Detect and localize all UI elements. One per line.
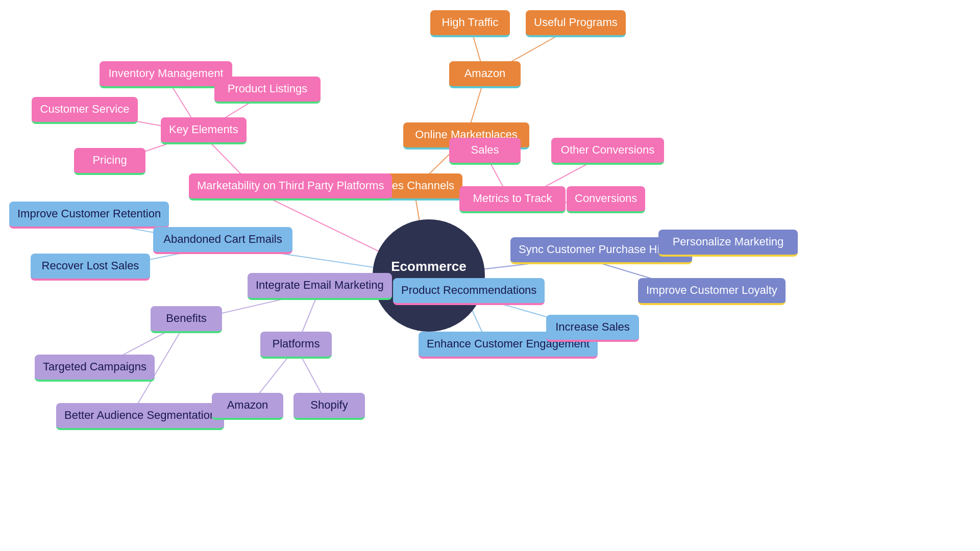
- targeted-campaigns-node: Targeted Campaigns: [35, 355, 155, 382]
- useful-programs-node: Useful Programs: [526, 10, 626, 37]
- customer-service-node: Customer Service: [32, 97, 138, 124]
- increase-sales-node: Increase Sales: [546, 315, 639, 342]
- improve-retention-node: Improve Customer Retention: [9, 202, 169, 229]
- improve-loyalty-node: Improve Customer Loyalty: [638, 278, 786, 305]
- conversions-node: Conversions: [567, 186, 645, 213]
- marketability-node: Marketability on Third Party Platforms: [189, 173, 392, 201]
- other-conversions-node: Other Conversions: [551, 138, 664, 165]
- recover-lost-sales-node: Recover Lost Sales: [31, 254, 150, 281]
- amazon-bottom-node: Amazon: [212, 393, 283, 420]
- product-recommendations-node: Product Recommendations: [393, 278, 545, 305]
- product-listings-node: Product Listings: [214, 77, 321, 104]
- integrate-email-node: Integrate Email Marketing: [248, 273, 392, 300]
- platforms-node: Platforms: [260, 332, 332, 359]
- abandoned-cart-node: Abandoned Cart Emails: [153, 227, 292, 254]
- better-segmentation-node: Better Audience Segmentation: [56, 403, 224, 430]
- personalize-marketing-node: Personalize Marketing: [658, 230, 798, 257]
- metrics-to-track-node: Metrics to Track: [459, 186, 566, 213]
- amazon-top-node: Amazon: [449, 61, 521, 88]
- key-elements-node: Key Elements: [161, 117, 247, 144]
- shopify-node: Shopify: [293, 393, 365, 420]
- inventory-management-node: Inventory Management: [100, 61, 232, 88]
- pricing-node: Pricing: [74, 148, 145, 175]
- sales-node: Sales: [449, 138, 521, 165]
- benefits-node: Benefits: [151, 306, 222, 333]
- high-traffic-node: High Traffic: [430, 10, 510, 37]
- mindmap-container: Ecommerce StrategiesHigh TrafficUseful P…: [0, 0, 980, 551]
